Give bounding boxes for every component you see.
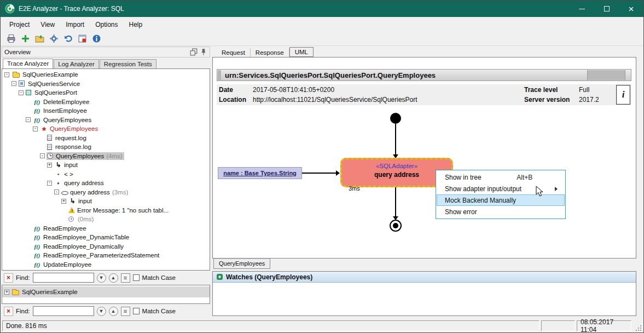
match-case-checkbox[interactable]: [133, 308, 140, 314]
context-menu-item[interactable]: Mock Backend Manually: [437, 194, 565, 206]
tree-row[interactable]: response.log: [2, 142, 210, 152]
view-tab[interactable]: UML: [289, 47, 314, 57]
tree-row[interactable]: query address (3ms): [2, 188, 210, 197]
tree-row[interactable]: input: [2, 160, 210, 170]
tree-row[interactable]: SqlQueriesService: [2, 79, 210, 89]
tree-expander-icon[interactable]: [40, 153, 45, 158]
info-icon: [92, 34, 101, 43]
tree-row[interactable]: UpdateEmployee: [2, 260, 210, 269]
tree-expander-icon[interactable]: [26, 117, 31, 122]
tree-node-icon: [47, 135, 52, 141]
trace-instance-tab[interactable]: QueryEmployees: [213, 259, 270, 269]
undo-button[interactable]: [62, 33, 74, 45]
server-version-label: Server version: [524, 96, 579, 104]
window-title: E2E Analyzer - Trace Analyzer: SQL: [19, 5, 124, 13]
context-menu-item-label: Show adapter input/output: [445, 185, 521, 193]
tree-row[interactable]: QueryEmployees (4ms): [2, 152, 210, 161]
trace-instance-tabs: QueryEmployees: [212, 259, 636, 269]
tree-row[interactable]: QueryEmployees: [2, 124, 210, 134]
initial-node[interactable]: [390, 113, 401, 124]
tree-expander-icon[interactable]: [19, 90, 24, 95]
menu-item[interactable]: Help: [124, 19, 148, 31]
tree-row[interactable]: input: [2, 197, 210, 206]
tree-row[interactable]: DeleteEmployee: [2, 97, 210, 107]
resize-grip[interactable]: [633, 320, 642, 331]
tree-expander-icon[interactable]: [61, 199, 66, 204]
context-menu-item[interactable]: Show in tree Alt+B: [437, 171, 565, 183]
tree-row[interactable]: ReadEmployee_DynamicTable: [2, 233, 210, 242]
overview-tab[interactable]: Trace Analyzer: [3, 59, 53, 68]
tree-expander-icon[interactable]: [4, 72, 9, 77]
maximize-button[interactable]: [594, 1, 619, 17]
tree-expander-icon[interactable]: [11, 81, 16, 86]
tree-expander-icon[interactable]: [33, 127, 38, 131]
tree-node-icon: [54, 162, 62, 169]
tree-node-label: QueryEmployees: [43, 117, 91, 123]
find-close-button[interactable]: ×: [4, 307, 13, 316]
view-tab[interactable]: Response: [251, 48, 289, 57]
overview-tab[interactable]: Log Analyzer: [54, 59, 99, 68]
tree-node-label: InsertEmployee: [43, 107, 87, 114]
find-input[interactable]: [33, 273, 94, 283]
open-button[interactable]: [33, 33, 45, 45]
tree-row[interactable]: query address: [2, 179, 210, 188]
match-case-checkbox[interactable]: [133, 274, 140, 281]
context-menu-shortcut: Alt+B: [503, 174, 532, 181]
find-highlight-button[interactable]: ≡: [121, 307, 130, 316]
tree-row[interactable]: InsertEmployee: [2, 106, 210, 116]
duration-label: 3ms: [349, 185, 360, 192]
tree-row[interactable]: (0ms): [2, 215, 210, 224]
input-pin-label[interactable]: name : Base Types.String: [218, 167, 302, 179]
find-bar: × Find: ▼ ▲ ≡ Match Case: [2, 271, 210, 285]
menu-item[interactable]: Project: [4, 19, 35, 31]
view-tab[interactable]: Request: [217, 48, 251, 57]
date-label: Date: [219, 86, 253, 94]
arrowhead-icon: [336, 170, 340, 176]
find-previous-button[interactable]: ▲: [109, 273, 118, 283]
tree-expander-icon[interactable]: [47, 163, 52, 168]
tree-row[interactable]: ReadEmployee_Dynamically: [2, 242, 210, 251]
find-input[interactable]: [33, 306, 94, 316]
tree-row[interactable]: SqlQueriesExample: [2, 70, 210, 79]
new-button[interactable]: [19, 33, 31, 45]
pin-icon[interactable]: [200, 48, 207, 56]
info-button[interactable]: [90, 33, 102, 45]
tree-expander-icon[interactable]: [47, 181, 52, 186]
menu-item[interactable]: Options: [90, 19, 123, 31]
minimize-button[interactable]: [570, 1, 594, 17]
tree-node-icon: [26, 90, 31, 95]
final-node[interactable]: [390, 220, 402, 232]
tree-row[interactable]: ReadEmployee_ParameterizedStatement: [2, 251, 210, 260]
close-button[interactable]: ×: [619, 1, 643, 17]
menu-item[interactable]: Import: [60, 19, 90, 31]
float-panel-icon[interactable]: [190, 48, 198, 56]
tree-expander-icon[interactable]: [4, 290, 9, 295]
tree-expander-icon[interactable]: [54, 190, 59, 194]
print-button[interactable]: [5, 33, 17, 45]
tree-row[interactable]: SqlQueriesPort: [2, 88, 210, 97]
tree-node-label: query address: [64, 180, 104, 186]
context-menu-item[interactable]: Show adapter input/output: [437, 183, 565, 194]
find-previous-button[interactable]: ▲: [109, 307, 118, 316]
find-next-button[interactable]: ▼: [97, 307, 106, 316]
find-highlight-button[interactable]: ≡: [121, 273, 130, 283]
report-button[interactable]: [76, 33, 88, 45]
tree-row[interactable]: ReadEmployee: [2, 224, 210, 233]
tree-node-icon: [47, 153, 53, 159]
context-menu-item[interactable]: Show error: [437, 206, 565, 217]
trace-info-button[interactable]: i: [616, 85, 630, 105]
tree-row[interactable]: QueryEmployees: [2, 116, 210, 125]
tree-node-label: QueryEmployees: [50, 125, 98, 132]
date-value: 2017-05-08T10:41:05+0200: [253, 86, 524, 94]
tree-row[interactable]: < >: [2, 170, 210, 179]
settings-button[interactable]: [48, 33, 60, 45]
tree-row[interactable]: SqlQueriesExample: [2, 286, 210, 297]
tree-row[interactable]: Error Message: 1 "no such tabl...: [2, 206, 210, 215]
toolbar: [1, 32, 643, 46]
menu-item[interactable]: View: [35, 19, 60, 31]
submenu-arrow-icon: [555, 187, 560, 191]
tree-row[interactable]: request.log: [2, 134, 210, 143]
overview-tab[interactable]: Regression Tests: [100, 59, 156, 68]
find-close-button[interactable]: ×: [4, 273, 13, 283]
find-next-button[interactable]: ▼: [97, 273, 106, 283]
